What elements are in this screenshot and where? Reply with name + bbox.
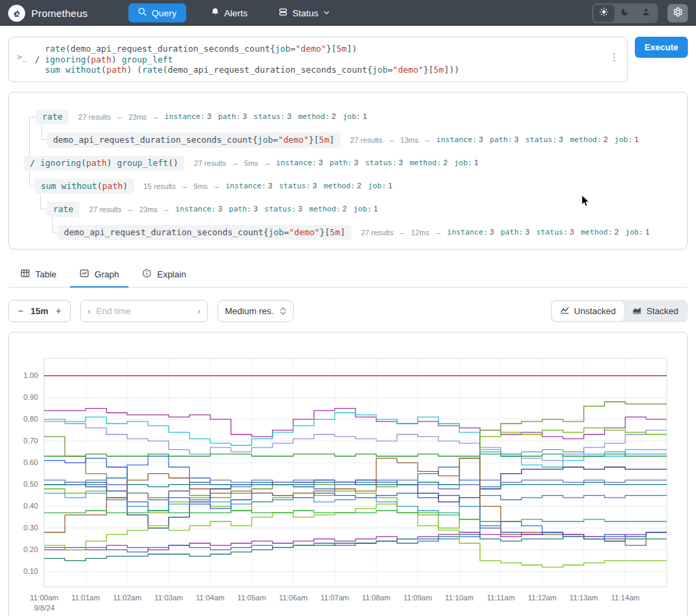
label-cardinality: method: 2 [570,135,608,144]
svg-text:11:02am: 11:02am [113,594,141,602]
graph-svg[interactable]: 11:00am9/8/2411:01am11:02am11:03am11:04a… [14,341,687,614]
eval-time: 13ms [400,136,419,144]
label-cardinality: method: 2 [410,158,448,167]
svg-text:0.10: 0.10 [24,567,38,575]
tree-node-chip[interactable]: demo_api_request_duration_seconds_count{… [47,133,341,148]
label-cardinality: status: 3 [536,228,574,237]
unstacked-button[interactable]: Unstacked [552,301,624,321]
tree-node-chip[interactable]: demo_api_request_duration_seconds_count{… [58,225,351,240]
label-cardinality: job: 1 [353,205,378,213]
tree-node-stats: 27 results– 12ms–instance: 3path: 3statu… [361,228,650,237]
line-chart-icon [560,306,570,316]
svg-text:11:07am: 11:07am [320,594,349,602]
label-cardinality: method: 2 [324,182,362,190]
tab-graph[interactable]: Graph [70,263,128,287]
tree-node-stats: 15 results– 9ms–instance: 3status: 3meth… [143,182,392,190]
select-updown-icon [280,307,286,315]
svg-text:11:08am: 11:08am [362,594,391,602]
svg-text:11:14am: 11:14am [611,594,640,602]
eval-time: 23ms [128,113,147,121]
svg-text:11:01am: 11:01am [71,594,100,602]
svg-text:0.20: 0.20 [24,545,38,553]
query-line[interactable]: / ignoring(path) group_left [35,54,604,65]
tree-node-chip[interactable]: rate [36,109,69,124]
database-icon [279,7,288,18]
settings-button[interactable] [667,4,688,22]
query-code[interactable]: rate(demo_api_request_duration_seconds_c… [35,44,604,75]
query-tree-panel: rate 27 results– 23ms–instance: 3path: 3… [8,92,688,250]
label-cardinality: method: 2 [309,205,347,213]
tree-node-chip[interactable]: rate [47,202,80,217]
range-decrease-button[interactable]: − [13,305,28,316]
label-cardinality: status: 3 [365,158,403,167]
tab-graph-label: Graph [94,269,119,279]
label-cardinality: status: 3 [525,135,563,144]
query-line[interactable]: sum without(path) (rate(demo_api_request… [35,65,604,75]
range-increase-button[interactable]: + [51,305,66,316]
light-theme-button[interactable] [593,5,614,22]
label-cardinality: path: 3 [229,205,258,213]
svg-text:9/8/24: 9/8/24 [34,604,55,612]
label-cardinality: status: 3 [254,112,292,121]
nav-alerts[interactable]: Alerts [204,3,255,22]
nav-status[interactable]: Status [272,3,337,22]
tab-table[interactable]: Table [11,263,66,287]
nav-query[interactable]: Query [128,3,186,22]
eval-time: 5ms [244,159,258,167]
system-theme-button[interactable] [636,5,657,22]
eval-time: 12ms [411,228,430,237]
table-icon [20,269,30,280]
svg-text:0.70: 0.70 [24,437,38,445]
label-cardinality: instance: 3 [164,112,211,121]
svg-text:0.30: 0.30 [24,524,38,532]
tree-row: rate 27 results– 23ms–instance: 3path: 3… [47,201,378,218]
prometheus-logo-icon [8,5,25,22]
result-count: 27 results [350,136,383,144]
svg-text:11:00am: 11:00am [30,594,58,602]
result-count: 27 results [89,205,122,213]
label-cardinality: job: 1 [368,182,393,190]
tree-connector [29,117,36,155]
brand[interactable]: Prometheus [8,5,88,22]
dark-theme-button[interactable] [614,5,636,22]
svg-text:0.40: 0.40 [24,502,38,510]
eval-time: 23ms [139,205,158,213]
tree-node-chip[interactable]: sum without(path) [35,179,134,194]
tree-node-stats: 27 results– 5ms–instance: 3path: 3status… [194,158,478,167]
area-chart-icon [632,306,642,316]
graph-controls: − 15m + ‹ End time › Medium res. Unstack… [8,300,688,322]
time-forward-chevron-icon[interactable]: › [198,306,201,316]
end-time-input[interactable]: End time [90,306,197,316]
svg-text:11:13am: 11:13am [570,594,598,602]
nav-items: Query Alerts Status [128,3,592,22]
query-line[interactable]: rate(demo_api_request_duration_seconds_c… [35,44,604,54]
range-value[interactable]: 15m [29,306,50,316]
execute-button[interactable]: Execute [635,37,688,58]
label-cardinality: instance: 3 [175,205,222,213]
gear-icon [673,7,683,20]
tree-node-chip[interactable]: / ignoring(path) group_left() [24,156,184,171]
svg-text:11:04am: 11:04am [196,594,224,602]
result-tabs: Table Graph Explain [8,263,688,288]
label-cardinality: job: 1 [614,135,639,144]
label-cardinality: status: 3 [279,182,317,190]
label-cardinality: method: 2 [298,112,336,121]
tab-explain[interactable]: Explain [133,263,196,287]
nav-query-label: Query [152,8,177,18]
end-time-picker: ‹ End time › [80,300,208,322]
tree-row: / ignoring(path) group_left() 27 results… [24,155,478,171]
query-editor[interactable]: >_ rate(demo_api_request_duration_second… [8,37,628,82]
bell-icon [211,7,220,18]
label-cardinality: job: 1 [454,158,478,167]
stacked-button[interactable]: Stacked [624,301,686,321]
tree-node-stats: 27 results– 23ms–instance: 3path: 3statu… [78,112,367,121]
resolution-select[interactable]: Medium res. [218,300,294,322]
label-cardinality: path: 3 [490,135,519,144]
query-menu-kebab-icon[interactable]: ⋮ [609,51,619,63]
tree-row: sum without(path) 15 results– 9ms–instan… [35,178,392,194]
nav-right [592,3,688,23]
eval-time: 9ms [194,182,208,190]
svg-text:0.80: 0.80 [24,415,38,423]
sun-icon [599,7,608,19]
tree-connector [40,194,47,209]
